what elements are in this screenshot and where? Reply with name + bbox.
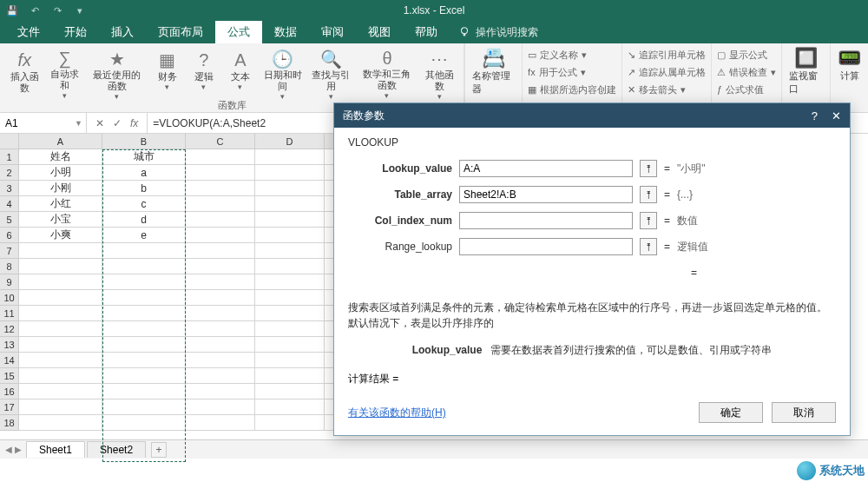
row-header[interactable]: 18 xyxy=(0,415,19,431)
arg-input[interactable] xyxy=(459,212,633,229)
arg-input[interactable] xyxy=(459,186,633,203)
new-sheet-button[interactable]: + xyxy=(151,442,167,458)
create-from-selection-button[interactable]: ▦根据所选内容创建 xyxy=(528,82,616,97)
column-header[interactable]: D xyxy=(255,134,325,149)
cell[interactable] xyxy=(19,384,102,399)
row-header[interactable]: 17 xyxy=(0,399,19,415)
insert-function-button[interactable]: fx插入函数 xyxy=(7,47,42,99)
function-help-link[interactable]: 有关该函数的帮助(H) xyxy=(348,406,446,420)
column-header[interactable]: A xyxy=(19,134,102,149)
row-header[interactable]: 3 xyxy=(0,181,19,196)
evaluate-formula-button[interactable]: ƒ公式求值 xyxy=(717,82,776,97)
qat-dropdown-icon[interactable]: ▾ xyxy=(73,3,87,17)
dialog-titlebar[interactable]: 函数参数 ? ✕ xyxy=(334,103,850,128)
cell[interactable] xyxy=(102,290,186,306)
cell[interactable]: a xyxy=(102,165,186,181)
cell[interactable]: 小宝 xyxy=(19,212,102,228)
ok-button[interactable]: 确定 xyxy=(699,402,763,423)
tab-help[interactable]: 帮助 xyxy=(403,21,450,43)
cell[interactable] xyxy=(255,181,325,196)
cell[interactable] xyxy=(19,290,102,306)
cell[interactable] xyxy=(19,368,102,384)
cell[interactable] xyxy=(102,384,186,399)
cell[interactable]: d xyxy=(102,212,186,228)
math-button[interactable]: θ数学和三角函数▾ xyxy=(358,47,417,99)
datetime-button[interactable]: 🕒日期和时间▾ xyxy=(261,47,305,99)
cell[interactable] xyxy=(19,337,102,353)
show-formulas-button[interactable]: ▢显示公式 xyxy=(717,47,776,63)
cell[interactable] xyxy=(255,368,325,384)
cell[interactable] xyxy=(255,321,325,337)
row-header[interactable]: 12 xyxy=(0,321,19,337)
cell[interactable] xyxy=(255,228,325,243)
cell[interactable] xyxy=(255,243,325,259)
tab-review[interactable]: 审阅 xyxy=(309,21,356,43)
row-header[interactable]: 16 xyxy=(0,384,19,399)
cancel-icon[interactable]: ✕ xyxy=(95,117,104,129)
cell[interactable] xyxy=(19,399,102,415)
close-icon[interactable]: ✕ xyxy=(832,109,841,122)
row-header[interactable]: 4 xyxy=(0,196,19,212)
cell[interactable] xyxy=(186,259,255,274)
tell-me-search[interactable]: 操作说明搜索 xyxy=(458,21,538,43)
cell[interactable] xyxy=(102,243,186,259)
cell[interactable] xyxy=(255,337,325,353)
row-header[interactable]: 15 xyxy=(0,368,19,384)
cancel-button[interactable]: 取消 xyxy=(772,402,836,423)
row-header[interactable]: 10 xyxy=(0,290,19,306)
row-header[interactable]: 9 xyxy=(0,274,19,290)
tab-page-layout[interactable]: 页面布局 xyxy=(146,21,215,43)
name-box[interactable]: A1 ▼ xyxy=(0,113,87,133)
cell[interactable] xyxy=(255,212,325,228)
cell[interactable] xyxy=(255,384,325,399)
cell[interactable] xyxy=(19,259,102,274)
cell[interactable] xyxy=(186,274,255,290)
cell[interactable] xyxy=(102,274,186,290)
row-header[interactable]: 8 xyxy=(0,259,19,274)
cell[interactable] xyxy=(102,353,186,368)
cell[interactable] xyxy=(255,149,325,165)
cell[interactable] xyxy=(186,353,255,368)
cell[interactable]: c xyxy=(102,196,186,212)
row-header[interactable]: 7 xyxy=(0,243,19,259)
row-header[interactable]: 1 xyxy=(0,149,19,165)
cell[interactable] xyxy=(186,306,255,321)
more-functions-button[interactable]: ⋯其他函数▾ xyxy=(422,47,457,99)
range-picker-icon[interactable]: ⭱ xyxy=(640,212,657,229)
define-name-button[interactable]: ▭定义名称 ▾ xyxy=(528,47,616,63)
lookup-button[interactable]: 🔍查找与引用▾ xyxy=(309,47,352,99)
cell[interactable]: 城市 xyxy=(102,149,186,165)
select-all-corner[interactable] xyxy=(0,134,19,149)
chevron-down-icon[interactable]: ▼ xyxy=(75,119,82,128)
cell[interactable] xyxy=(19,353,102,368)
cell[interactable] xyxy=(255,415,325,431)
redo-icon[interactable]: ↷ xyxy=(50,3,64,17)
cell[interactable] xyxy=(186,228,255,243)
cell[interactable] xyxy=(186,165,255,181)
error-check-button[interactable]: ⚠错误检查 ▾ xyxy=(717,64,776,80)
cell[interactable] xyxy=(102,399,186,415)
cell[interactable] xyxy=(186,368,255,384)
tab-insert[interactable]: 插入 xyxy=(99,21,146,43)
cell[interactable] xyxy=(102,368,186,384)
cell[interactable] xyxy=(255,399,325,415)
tab-file[interactable]: 文件 xyxy=(5,21,52,43)
cell[interactable] xyxy=(255,165,325,181)
undo-icon[interactable]: ↶ xyxy=(28,3,42,17)
cell[interactable] xyxy=(255,259,325,274)
tab-home[interactable]: 开始 xyxy=(52,21,99,43)
cell[interactable]: 小明 xyxy=(19,165,102,181)
cell[interactable]: 小刚 xyxy=(19,181,102,196)
cell[interactable] xyxy=(186,337,255,353)
cell[interactable] xyxy=(186,321,255,337)
trace-precedents-button[interactable]: ↘追踪引用单元格 xyxy=(628,47,706,63)
sheet-tab-2[interactable]: Sheet2 xyxy=(87,441,146,458)
cell[interactable]: 小爽 xyxy=(19,228,102,243)
tab-formulas[interactable]: 公式 xyxy=(215,21,262,43)
range-picker-icon[interactable]: ⭱ xyxy=(640,160,657,177)
row-header[interactable]: 2 xyxy=(0,165,19,181)
cell[interactable] xyxy=(255,274,325,290)
cell[interactable] xyxy=(255,306,325,321)
cell[interactable] xyxy=(186,149,255,165)
row-header[interactable]: 13 xyxy=(0,337,19,353)
